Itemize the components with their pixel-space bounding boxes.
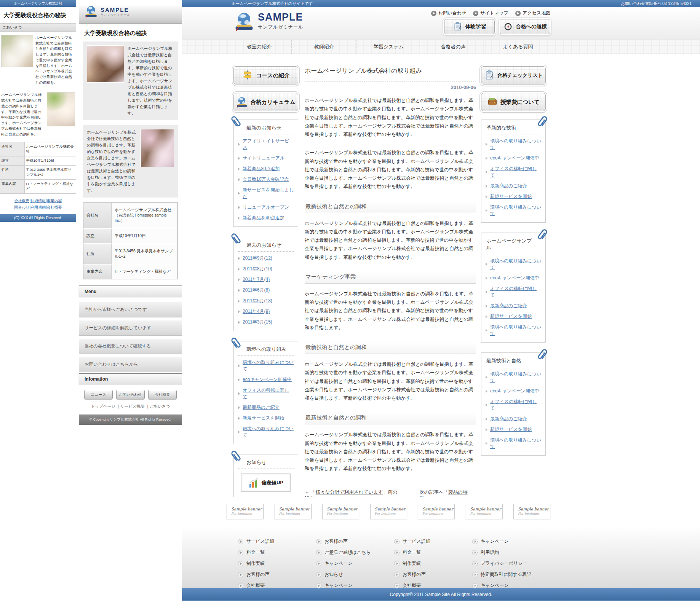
header-link[interactable]: アクセス地図 (515, 10, 550, 16)
nav-item[interactable]: 合格者の声 (421, 40, 486, 54)
sample-banner[interactable]: Sample banner For beginner (513, 504, 550, 519)
footer-link[interactable]: 料金一覧 (394, 547, 472, 558)
sample-banner[interactable]: Sample banner For beginner (418, 504, 455, 519)
sidebar-link[interactable]: 環境への取り組みについて (490, 258, 541, 271)
deviation-up-banner[interactable]: 偏差値UP (241, 473, 291, 492)
footer-link[interactable]: お客様の声 (316, 536, 394, 547)
list-item: 新規サービスを開始 (486, 424, 541, 435)
sidebar-link[interactable]: サイトリニューアル (243, 155, 284, 161)
sidebar-link[interactable]: オフィスの移転に関して (490, 166, 541, 179)
table-label: 住所 (0, 166, 24, 180)
header-link[interactable]: お問い合わせ (431, 10, 466, 16)
info-button[interactable]: 会社概要 (148, 390, 177, 399)
archive-link[interactable]: 2011年8月(10) (243, 266, 272, 272)
sidebar-link[interactable]: 環境への取り組みについて (490, 138, 541, 151)
archive-link[interactable]: 2011年3月(15) (243, 319, 272, 325)
site-logo[interactable]: SAMPLE サンプルゼミナール (234, 11, 303, 32)
menu-item[interactable]: 当社から皆様へごあいさつです (79, 302, 182, 317)
course-intro-button[interactable]: コースの紹介 (233, 66, 298, 84)
nav-item[interactable]: 学習システム (356, 40, 421, 54)
info-button[interactable]: お問い合わせ (116, 390, 145, 399)
sidebar-link[interactable]: オフィスの移転に関して (490, 399, 541, 411)
logo: SAMPLE サンプルゼミナール (101, 6, 130, 17)
menu-item[interactable]: サービスの詳細を解説しています (79, 320, 182, 336)
footer-link[interactable]: キャンペーン (316, 580, 394, 591)
circle-arrow-icon (316, 561, 321, 566)
footer-link[interactable]: プライバシーポリシー (472, 558, 550, 569)
menu-item[interactable]: お問い合わせはこちらから (79, 357, 182, 372)
tuition-button[interactable]: 授業費について (481, 93, 546, 111)
footer-link[interactable]: キャンペーン (472, 536, 550, 547)
sidebar-link[interactable]: リニューアルオープン (243, 204, 289, 210)
sidebar-link[interactable]: ecoキャンペーン開催中 (490, 155, 539, 161)
section-label: ごあいさつ (0, 23, 76, 32)
footer-link[interactable]: お客様の声 (394, 569, 472, 580)
footer-link[interactable]: 制作実績 (238, 558, 316, 569)
footer-link[interactable]: ご意見ご感想はこちら (316, 547, 394, 558)
sidebar-link[interactable]: アフィリエイトサービス (243, 138, 294, 151)
sidebar-link[interactable]: 新規サービスを開始 (490, 193, 532, 200)
sidebar-link[interactable]: 最新商品のご紹介 (490, 416, 527, 422)
archive-link[interactable]: 2011年5月(13) (243, 298, 272, 304)
archive-link[interactable]: 2011年4月(9) (243, 308, 270, 315)
footer-link[interactable]: 特定商取引に関する表記 (472, 569, 550, 580)
sidebar-link[interactable]: 環境への取り組みについて (490, 437, 541, 450)
nav-item[interactable]: 教師紹介 (291, 40, 356, 54)
footer-link[interactable]: 会社概要 (238, 580, 316, 591)
curriculum-button[interactable]: 合格カリキュラム (233, 93, 298, 111)
prev-article-link[interactable]: 様々な分野で利用されています (315, 489, 383, 495)
footer-link[interactable]: 料金一覧 (238, 547, 316, 558)
nav-item[interactable]: 教室の紹介 (227, 40, 291, 54)
sidebar-link[interactable]: 環境への取り組みについて (490, 371, 541, 384)
sample-banner[interactable]: Sample banner For beginner (370, 504, 407, 519)
list-item: 新規サービスを開始 (238, 413, 294, 423)
sidebar-link[interactable]: ecoキャンペーン開催中 (243, 376, 292, 383)
sidebar-link[interactable]: 最新商品のご紹介 (490, 183, 527, 189)
sample-banner[interactable]: Sample banner For beginner (466, 504, 503, 519)
archive-link[interactable]: 2011年9月(12) (243, 255, 272, 261)
sidebar-link[interactable]: ecoキャンペーン開催中 (490, 388, 539, 394)
sidebar-link[interactable]: オフィスの移転に関して (243, 387, 294, 400)
menu-item[interactable]: 当社の会社概要について確認する (79, 338, 182, 354)
sidebar-link[interactable]: ecoキャンペーン開催中 (490, 275, 539, 281)
trial-study-button[interactable]: 体験学習 (444, 19, 495, 34)
sidebar-link[interactable]: 新規サービスを開始 (490, 426, 532, 433)
footer-link-row[interactable]: 問合わせ|利用規約|会社概要 (0, 204, 76, 210)
sidebar-link[interactable]: 新サービスを開始しました (243, 187, 294, 200)
sidebar-link[interactable]: 新規サービスを開始 (490, 313, 532, 320)
sidebar-link[interactable]: 最新商品のご紹介 (243, 404, 280, 411)
footer-link[interactable]: 利用規約 (472, 547, 550, 558)
sidebar-link[interactable]: 環境への取り組みについて (490, 324, 541, 337)
guidepost-button[interactable]: 合格への道標 (500, 19, 550, 34)
sidebar-link[interactable]: 新着商品30点追加 (243, 166, 280, 172)
info-button[interactable]: ニュース (84, 390, 113, 399)
sample-banner[interactable]: Sample banner For beginner (275, 504, 312, 519)
sidebar-link[interactable]: 新規サービスを開始 (243, 415, 284, 421)
checklist-button[interactable]: 合格チェックリスト (481, 66, 546, 84)
footer-link[interactable]: キャンペーン (472, 580, 550, 591)
sample-banner[interactable]: Sample banner For beginner (322, 504, 359, 519)
archive-link[interactable]: 2011年7月(4) (243, 276, 270, 283)
header-link-label: アクセス地図 (523, 10, 550, 16)
footer-link-row[interactable]: 会社概要|技術情報|事業内容 (0, 198, 76, 204)
sidebar-link[interactable]: 会員数10万人突破記念 (243, 176, 289, 183)
footer-link[interactable]: お知らせ (316, 569, 394, 580)
sidebar-link[interactable]: オフィスの移転に関して (490, 285, 541, 298)
list-item: ecoキャンペーン開催中 (238, 374, 294, 385)
sidebar-link[interactable]: 最新商品のご紹介 (490, 303, 527, 309)
footer-link[interactable]: 会社概要 (394, 580, 472, 591)
sidebar-link[interactable]: 環境への取り組みについて (243, 359, 294, 372)
tablet-footer-links[interactable]: トップページ ｜サービス概要 ｜ごあいさつ (79, 404, 182, 409)
sample-banner[interactable]: Sample banner For beginner (227, 504, 264, 519)
sidebar-link[interactable]: 新着商品を40点追加 (243, 215, 284, 221)
footer-link[interactable]: サービス詳細 (238, 536, 316, 547)
nav-item[interactable]: よくある質問 (486, 40, 550, 54)
header-link[interactable]: サイトマップ (473, 10, 508, 16)
sidebar-link[interactable]: 環境への取り組みについて (243, 426, 294, 438)
footer-link[interactable]: キャンペーン (316, 558, 394, 569)
footer-link[interactable]: お客様の声 (238, 569, 316, 580)
footer-link[interactable]: サービス詳細 (394, 536, 472, 547)
footer-link[interactable]: 制作実績 (394, 558, 472, 569)
sidebar-link[interactable]: 環境への取り組みについて (490, 204, 541, 217)
archive-link[interactable]: 2011年6月(8) (243, 287, 270, 293)
